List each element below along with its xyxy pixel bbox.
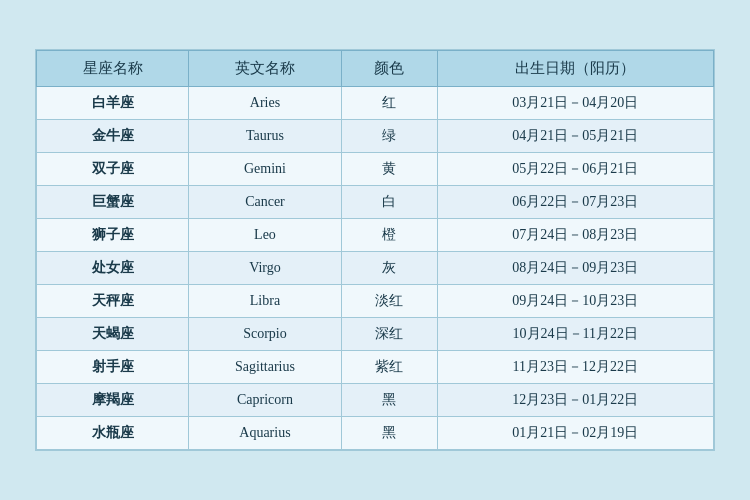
cell-chinese: 金牛座 (37, 120, 189, 153)
col-header-color: 颜色 (341, 51, 437, 87)
table-row: 水瓶座Aquarius黑01月21日－02月19日 (37, 417, 714, 450)
cell-color: 黄 (341, 153, 437, 186)
cell-chinese: 水瓶座 (37, 417, 189, 450)
cell-date: 11月23日－12月22日 (437, 351, 713, 384)
cell-chinese: 天秤座 (37, 285, 189, 318)
cell-english: Leo (189, 219, 341, 252)
cell-english: Capricorn (189, 384, 341, 417)
zodiac-table: 星座名称 英文名称 颜色 出生日期（阳历） 白羊座Aries红03月21日－04… (36, 50, 714, 450)
cell-chinese: 狮子座 (37, 219, 189, 252)
cell-english: Taurus (189, 120, 341, 153)
table-row: 金牛座Taurus绿04月21日－05月21日 (37, 120, 714, 153)
cell-color: 灰 (341, 252, 437, 285)
cell-date: 06月22日－07月23日 (437, 186, 713, 219)
cell-chinese: 摩羯座 (37, 384, 189, 417)
cell-color: 黑 (341, 417, 437, 450)
zodiac-table-container: 星座名称 英文名称 颜色 出生日期（阳历） 白羊座Aries红03月21日－04… (35, 49, 715, 451)
table-row: 白羊座Aries红03月21日－04月20日 (37, 87, 714, 120)
cell-color: 黑 (341, 384, 437, 417)
table-header-row: 星座名称 英文名称 颜色 出生日期（阳历） (37, 51, 714, 87)
cell-color: 红 (341, 87, 437, 120)
table-row: 处女座Virgo灰08月24日－09月23日 (37, 252, 714, 285)
cell-chinese: 天蝎座 (37, 318, 189, 351)
col-header-chinese: 星座名称 (37, 51, 189, 87)
cell-date: 04月21日－05月21日 (437, 120, 713, 153)
cell-date: 12月23日－01月22日 (437, 384, 713, 417)
cell-english: Gemini (189, 153, 341, 186)
cell-color: 白 (341, 186, 437, 219)
cell-date: 03月21日－04月20日 (437, 87, 713, 120)
cell-chinese: 巨蟹座 (37, 186, 189, 219)
cell-chinese: 处女座 (37, 252, 189, 285)
col-header-date: 出生日期（阳历） (437, 51, 713, 87)
table-row: 摩羯座Capricorn黑12月23日－01月22日 (37, 384, 714, 417)
table-row: 天秤座Libra淡红09月24日－10月23日 (37, 285, 714, 318)
cell-chinese: 白羊座 (37, 87, 189, 120)
cell-date: 10月24日－11月22日 (437, 318, 713, 351)
col-header-english: 英文名称 (189, 51, 341, 87)
cell-color: 深红 (341, 318, 437, 351)
cell-date: 01月21日－02月19日 (437, 417, 713, 450)
cell-english: Libra (189, 285, 341, 318)
cell-color: 紫红 (341, 351, 437, 384)
table-row: 巨蟹座Cancer白06月22日－07月23日 (37, 186, 714, 219)
cell-date: 09月24日－10月23日 (437, 285, 713, 318)
cell-color: 橙 (341, 219, 437, 252)
cell-english: Scorpio (189, 318, 341, 351)
cell-color: 绿 (341, 120, 437, 153)
table-row: 射手座Sagittarius紫红11月23日－12月22日 (37, 351, 714, 384)
cell-chinese: 射手座 (37, 351, 189, 384)
table-row: 双子座Gemini黄05月22日－06月21日 (37, 153, 714, 186)
cell-english: Aries (189, 87, 341, 120)
cell-chinese: 双子座 (37, 153, 189, 186)
cell-english: Aquarius (189, 417, 341, 450)
cell-english: Cancer (189, 186, 341, 219)
cell-color: 淡红 (341, 285, 437, 318)
table-body: 白羊座Aries红03月21日－04月20日金牛座Taurus绿04月21日－0… (37, 87, 714, 450)
table-row: 狮子座Leo橙07月24日－08月23日 (37, 219, 714, 252)
cell-english: Virgo (189, 252, 341, 285)
cell-english: Sagittarius (189, 351, 341, 384)
cell-date: 05月22日－06月21日 (437, 153, 713, 186)
table-row: 天蝎座Scorpio深红10月24日－11月22日 (37, 318, 714, 351)
cell-date: 08月24日－09月23日 (437, 252, 713, 285)
cell-date: 07月24日－08月23日 (437, 219, 713, 252)
